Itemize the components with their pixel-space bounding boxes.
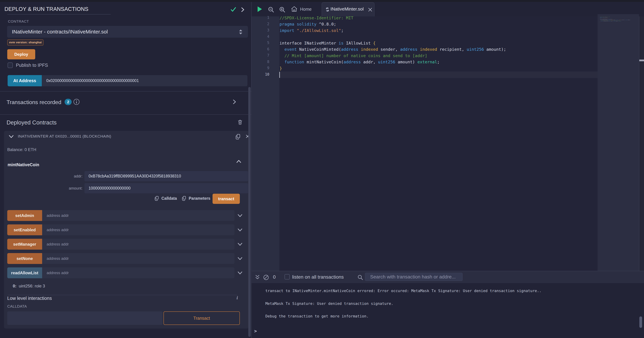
copy-address-icon[interactable] [235,134,240,140]
function-row-setManager: setManageraddress addr [7,239,246,250]
deployed-contract-card: INATIVEMINTER AT 0X020...00001 (BLOCKCHA… [4,131,249,328]
expand-params-chevron-icon[interactable] [237,256,243,261]
code-line: function mintNativeCoin(address addr, ui… [280,59,440,65]
code-line: interface INativeMinter is IAllowList { [280,40,376,46]
setEnabled-button[interactable]: setEnabled [7,224,42,235]
line-number: 4 [267,34,269,39]
clear-deployed-contracts-trash-icon[interactable] [238,120,242,125]
code-content[interactable]: //SPDX-License-Identifier: MITpragma sol… [280,16,639,271]
setNone-input[interactable]: address addr [42,253,234,264]
expand-params-chevron-icon[interactable] [237,214,243,218]
terminal-prompt[interactable]: > [254,328,257,334]
overview-ruler[interactable] [639,16,644,271]
terminal-expand-double-chevron-icon[interactable] [255,275,260,280]
expand-params-chevron-icon[interactable] [237,228,243,232]
at-address-row: At Address 0x020000000000000000000000000… [8,75,248,86]
left-panel-scrollbar[interactable] [248,87,251,337]
info-icon[interactable] [73,98,80,105]
deploy-button[interactable]: Deploy [7,49,35,60]
function-row-setNone: setNoneaddress addr [7,253,246,264]
line-number: 10 [265,72,269,76]
publish-to-ipfs-row: Publish to IPFS [8,62,48,68]
code-line: import "./IAllowList.sol"; [280,28,344,34]
copy-calldata-button[interactable]: Calldata [154,196,177,201]
terminal-scrollbar[interactable] [639,316,642,328]
setManager-input[interactable]: address addr [42,239,234,250]
editor-gutter: 12345678910 [252,16,279,271]
low-level-transact-button[interactable]: Transact [164,312,240,325]
call-output-row: 0: uint256: role 3 [13,284,45,288]
window-top-strip [0,0,644,2]
tab-inativeminter-sol[interactable]: INativeMinter.sol [322,2,374,16]
panel-editor-divider[interactable] [251,2,252,338]
transactions-recorded-label: Transactions recorded [6,99,61,106]
setAdmin-button[interactable]: setAdmin [7,210,42,221]
home-tab-label: Home [300,7,312,12]
function-row-setAdmin: setAdminaddress addr [7,210,246,221]
contract-instance-title: INATIVEMINTER AT 0X020...00001 (BLOCKCHA… [18,134,111,138]
setNone-button[interactable]: setNone [7,253,42,264]
card-divider [8,295,237,295]
code-line: event NativeCoinMinted(address indexed s… [280,46,506,53]
expand-params-chevron-icon[interactable] [237,271,243,275]
param-row-addr: addr: 0xB78cbAa319ffBD899951AA30D4320f58… [4,171,248,181]
output-text: uint256: role 3 [19,284,45,288]
param-label: amount: [4,186,82,190]
editor-toolbar: Home INativeMinter.sol [252,2,644,16]
zoom-out-icon[interactable] [268,6,274,13]
expand-params-chevron-icon[interactable] [237,242,243,246]
at-address-button[interactable]: At Address [8,75,42,86]
terminal-output[interactable]: transact to INativeMinter.mintNativeCoin… [252,283,644,338]
panel-expand-chevron-icon[interactable] [240,7,245,12]
param-addr-input[interactable]: 0xB78cbAa319ffBD899951AA30D4320f58189383… [84,171,248,181]
deployed-contracts-title: Deployed Contracts [6,119,57,126]
line-number: 1 [267,16,269,20]
setManager-button[interactable]: setManager [7,239,42,250]
contract-collapse-chevron-icon[interactable] [9,134,14,139]
code-editor[interactable]: 12345678910 //SPDX-License-Identifier: M… [252,16,644,271]
select-arrows-icon [238,29,243,35]
file-tab-title: INativeMinter.sol [330,6,364,12]
code-line: } [600,22,600,22]
environment-ok-check-icon [230,7,236,12]
clear-console-icon[interactable] [263,274,269,280]
contract-balance: Balance: 0 ETH [7,147,36,152]
publish-to-ipfs-checkbox[interactable] [8,62,13,68]
terminal-search-input[interactable]: Search with transaction hash or addre... [365,273,462,281]
function-collapse-chevron-icon[interactable] [236,159,241,164]
code-line: } [280,65,282,72]
listen-transactions-label: listen on all transactions [292,274,344,280]
param-amount-input[interactable]: 1000000000000000000 [84,183,248,193]
terminal-log-line: MetaMask Tx Signature: User denied trans… [265,302,393,306]
at-address-input[interactable]: 0x02000000000000000000000000000000000000… [42,75,248,86]
tab-close-icon[interactable] [368,8,372,12]
code-line: function mintNativeCoin(address addr, ui… [600,21,622,22]
terminal-toolbar: 0 listen on all transactions Search with… [252,271,644,283]
line-number: 3 [267,28,269,32]
line-number: 9 [267,66,269,70]
setEnabled-input[interactable]: address addr [42,224,234,235]
code-line: // Mint [amount] number of native coins … [280,53,427,59]
transact-button[interactable]: transact [212,194,240,204]
run-script-play-icon[interactable] [257,6,262,12]
contract-select[interactable]: INativeMinter - contracts/INativeMinter.… [7,26,248,38]
calldata-input[interactable] [7,312,162,325]
transact-action-row: Calldata Parameters transact [4,194,248,204]
section-divider [0,114,252,114]
tab-home[interactable]: Home [291,6,312,12]
param-row-amount: amount: 1000000000000000000 [4,183,248,193]
transactions-recorded-section[interactable]: Transactions recorded 2 [0,91,252,114]
setAdmin-input[interactable]: address addr [42,210,234,221]
zoom-in-icon[interactable] [279,6,286,13]
listen-transactions-checkbox[interactable] [284,274,290,280]
code-line: //SPDX-License-Identifier: MIT [280,15,354,21]
function-row-readAllowList: readAllowListaddress addr [7,268,246,278]
readAllowList-input[interactable]: address addr [42,268,234,278]
editor-minimap[interactable]: //SPDX-License-Identifier: MITpragma sol… [598,14,639,271]
contract-label: CONTRACT [8,19,29,24]
low-level-info-icon[interactable]: i [236,295,238,300]
copy-parameters-button[interactable]: Parameters [182,196,210,201]
home-icon [291,6,298,12]
readAllowList-button[interactable]: readAllowList [7,268,42,278]
transactions-recorded-chevron-icon[interactable] [232,100,236,104]
